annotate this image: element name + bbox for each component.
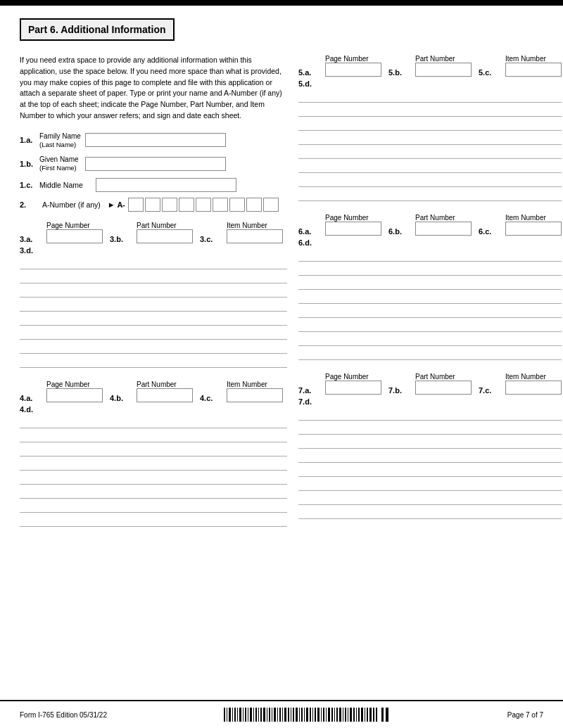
a-seg-8[interactable] [246,198,262,212]
line [298,478,562,491]
section-3b-part-input[interactable] [137,229,193,243]
svg-rect-40 [331,708,333,722]
svg-rect-31 [306,708,308,722]
given-name-input[interactable] [85,157,226,171]
section-4b-part-input[interactable] [137,388,193,402]
section-6a-page-input[interactable] [325,222,381,236]
section-6: 6.a. Page Number 6.b. Part Number 6.c. I… [298,214,562,360]
a-seg-5[interactable] [196,198,211,212]
line [298,263,562,276]
section-5-header: 5.a. Page Number 5.b. Part Number 5.c. I… [298,55,562,77]
svg-rect-48 [353,708,355,722]
svg-rect-1 [227,708,227,722]
svg-rect-36 [321,708,322,722]
svg-rect-6 [239,708,241,722]
a-seg-9[interactable] [263,198,279,212]
section-4a-page-input[interactable] [46,388,103,402]
section-5a-page-input[interactable] [325,63,381,77]
section-4-header: 4.a. Page Number 4.b. Part Number 4.c. I… [20,381,287,402]
svg-rect-52 [365,708,365,722]
svg-rect-11 [253,708,254,722]
section-7c-item-input[interactable] [505,381,562,395]
line [20,514,287,527]
section-3a-page-input[interactable] [46,229,103,243]
middle-name-row: 1.c. Middle Name [20,178,287,192]
section-4c-item-input[interactable] [227,388,283,402]
line [20,355,287,368]
svg-rect-0 [224,708,225,722]
section-3c-label: 3.c. [200,235,220,243]
section-6a-label: 6.a. [298,227,318,236]
part6-title: Part 6. Additional Information [28,24,166,35]
line [298,118,562,131]
line [298,305,562,318]
svg-rect-8 [245,708,246,722]
section-6c-item-input[interactable] [505,222,562,236]
a-seg-4[interactable] [179,198,194,212]
line [298,464,562,477]
section-3a-label: 3.a. [20,235,39,243]
field-num-2: 2. [20,200,39,209]
section-6b-part-input[interactable] [415,222,472,236]
svg-rect-27 [296,708,298,722]
section-5d-label: 5.d. [298,79,562,88]
top-bar [0,0,563,6]
line [298,408,562,421]
a-seg-6[interactable] [213,198,228,212]
svg-rect-42 [336,708,338,722]
svg-rect-22 [282,708,283,722]
svg-rect-41 [334,708,335,722]
line [20,327,287,340]
svg-rect-19 [274,708,276,722]
a-seg-7[interactable] [229,198,245,212]
svg-rect-34 [315,708,316,722]
section-3c-item-input[interactable] [227,229,283,243]
section-4c-item-label: Item Number [227,381,267,388]
section-4a-page: Page Number [46,381,103,402]
section-5c-item-input[interactable] [505,63,562,77]
family-name-input[interactable] [85,133,226,147]
a-seg-3[interactable] [162,198,177,212]
svg-rect-55 [373,708,374,722]
line [20,313,287,326]
line [20,500,287,513]
line [298,436,562,449]
given-name-label: Given Name [39,155,85,164]
section-4a-page-label: Page Number [46,381,90,388]
section-7a-page: Page Number [325,373,381,395]
part6-header-box: Part 6. Additional Information [20,18,175,41]
middle-name-input[interactable] [96,178,236,192]
line [298,492,562,505]
line [298,450,562,463]
a-seg-2[interactable] [145,198,160,212]
given-name-row: 1.b. Given Name (First Name) [20,155,287,172]
line [20,257,287,269]
svg-rect-45 [345,708,346,722]
barcode-end [381,705,390,724]
section-7: 7.a. Page Number 7.b. Part Number 7.c. I… [298,373,562,519]
a-seg-1[interactable] [128,198,144,212]
svg-rect-10 [250,708,252,722]
section-5b-part-input[interactable] [415,63,472,77]
svg-rect-17 [269,708,270,722]
section-5a-label: 5.a. [298,68,318,77]
section-7c-label: 7.c. [479,386,498,395]
line [20,299,287,312]
section-7-header: 7.a. Page Number 7.b. Part Number 7.c. I… [298,373,562,395]
svg-rect-4 [234,708,236,722]
svg-rect-9 [248,708,248,722]
section-6c-item: Item Number [505,214,562,236]
line [20,416,287,428]
line [20,271,287,283]
section-4: 4.a. Page Number 4.b. Part Number 4.c. I… [20,381,287,527]
svg-rect-15 [263,708,265,722]
section-7a-page-input[interactable] [325,381,381,395]
section-5: 5.a. Page Number 5.b. Part Number 5.c. I… [298,55,562,201]
line [298,422,562,435]
section-3-header: 3.a. Page Number 3.b. Part Number 3.c. I… [20,222,287,243]
section-7b-part-input[interactable] [415,381,472,395]
svg-rect-58 [386,708,388,722]
svg-rect-20 [277,708,278,722]
line [298,174,562,187]
section-4c-item: Item Number [227,381,283,402]
